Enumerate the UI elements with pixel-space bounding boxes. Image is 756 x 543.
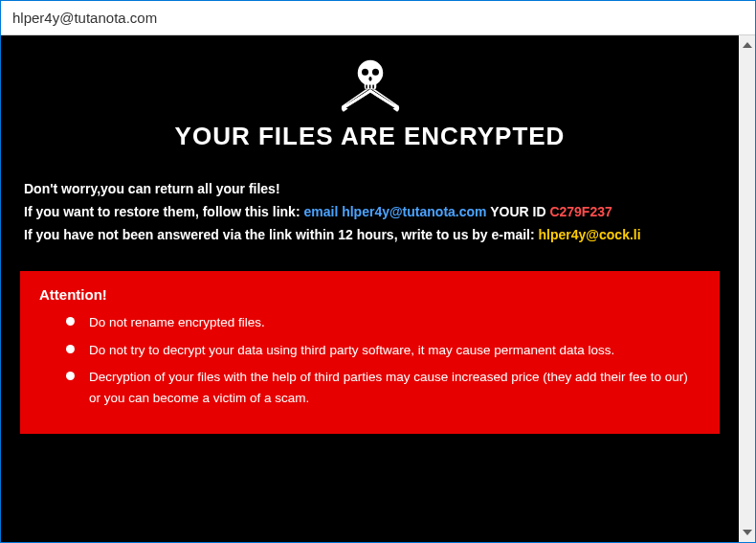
bullet-item: Do not try to decrypt your data using th… bbox=[66, 340, 700, 361]
scroll-up-arrow-icon[interactable] bbox=[742, 39, 753, 51]
svg-rect-7 bbox=[372, 85, 374, 89]
window-title: hlper4y@tutanota.com bbox=[12, 10, 157, 26]
svg-point-2 bbox=[362, 69, 368, 76]
svg-point-4 bbox=[368, 77, 371, 81]
svg-point-3 bbox=[371, 69, 378, 76]
attention-title: Attention! bbox=[39, 286, 700, 303]
info-line3-prefix: If you have not been answered via the li… bbox=[24, 227, 539, 242]
info-line-2: If you want to restore them, follow this… bbox=[24, 201, 716, 224]
your-id-label: YOUR ID bbox=[487, 204, 550, 219]
bullet-item: Do not rename encrypted files. bbox=[66, 312, 700, 333]
info-block: Don't worry,you can return all your file… bbox=[20, 178, 720, 246]
svg-point-0 bbox=[357, 60, 383, 86]
titlebar: hlper4y@tutanota.com bbox=[1, 1, 755, 35]
primary-email: hlper4y@tutanota.com bbox=[342, 204, 486, 219]
ransom-note-content: YOUR FILES ARE ENCRYPTED Don't worry,you… bbox=[1, 35, 739, 542]
window-frame: hlper4y@tutanota.com bbox=[0, 0, 756, 543]
your-id-value: C279F237 bbox=[549, 204, 611, 219]
attention-bullets: Do not rename encrypted files. Do not tr… bbox=[39, 312, 700, 409]
info-line2-prefix: If you want to restore them, follow this… bbox=[24, 204, 303, 219]
info-line-1: Don't worry,you can return all your file… bbox=[24, 178, 716, 201]
svg-rect-6 bbox=[368, 85, 370, 89]
logo-area bbox=[20, 53, 720, 114]
attention-box: Attention! Do not rename encrypted files… bbox=[20, 271, 720, 434]
email-label: email bbox=[303, 204, 342, 219]
content-wrapper: YOUR FILES ARE ENCRYPTED Don't worry,you… bbox=[1, 35, 755, 542]
pirate-skull-icon bbox=[333, 53, 408, 114]
alt-email: hlper4y@cock.li bbox=[539, 227, 641, 242]
heading: YOUR FILES ARE ENCRYPTED bbox=[20, 122, 720, 151]
svg-rect-5 bbox=[366, 85, 367, 89]
vertical-scrollbar[interactable] bbox=[739, 35, 755, 542]
scroll-down-arrow-icon[interactable] bbox=[742, 527, 753, 538]
bullet-item: Decryption of your files with the help o… bbox=[66, 367, 700, 410]
info-line-3: If you have not been answered via the li… bbox=[24, 224, 716, 247]
